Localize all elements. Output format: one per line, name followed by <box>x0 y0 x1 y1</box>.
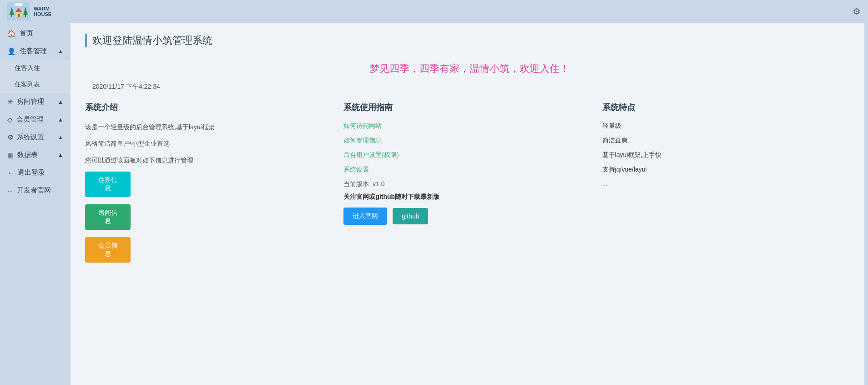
feature4: 支持jq/vue/layui <box>602 166 853 174</box>
datetime-display: 2020/11/17 下午4:22:34 <box>92 83 853 91</box>
feature5: ... <box>602 180 853 187</box>
svg-rect-2 <box>11 15 12 17</box>
chevron-up-icon-4: ▲ <box>58 134 63 141</box>
room-icon: ✳ <box>7 98 13 106</box>
logo-icon <box>7 2 30 20</box>
home-icon: 🏠 <box>7 30 16 38</box>
col2-title: 系统使用指南 <box>343 102 595 113</box>
col1-line2: 风格简洁简单,中小型企业首选 <box>85 138 336 148</box>
gear-icon[interactable]: ⚙ <box>853 6 861 17</box>
sidebar-item-guest-checkin[interactable]: 住客入住 <box>0 60 71 76</box>
sidebar-item-data-table[interactable]: ▦ 数据表 ▲ <box>0 146 71 164</box>
col3-title: 系统特点 <box>602 102 853 113</box>
right-scrollbar <box>864 23 868 385</box>
guest-info-button[interactable]: 住客信息 <box>85 172 131 197</box>
feature1: 轻量级 <box>602 122 853 130</box>
settings-icon: ⚙ <box>7 133 13 142</box>
sidebar-guest-checkin-label: 住客入住 <box>15 64 40 72</box>
link-how-to-access[interactable]: 如何访问网站 <box>343 122 595 130</box>
version-text: 当前版本: v1.0 <box>343 180 595 188</box>
page-title: 欢迎登陆温情小筑管理系统 <box>92 34 853 47</box>
sidebar-room-mgmt-label: 房间管理 <box>17 97 44 106</box>
sidebar-data-table-label: 数据表 <box>17 151 38 159</box>
col1-title: 系统介绍 <box>85 102 336 113</box>
github-button[interactable]: github <box>393 208 428 224</box>
link-system-settings[interactable]: 系统设置 <box>343 166 595 174</box>
link-how-to-manage[interactable]: 如何管理信息 <box>343 137 595 145</box>
sidebar-system-settings-label: 系统设置 <box>17 133 44 142</box>
sidebar-item-guest-mgmt[interactable]: 👤 住客管理 ▲ <box>0 42 71 60</box>
sidebar-item-member-mgmt[interactable]: ◇ 会员管理 ▲ <box>0 111 71 128</box>
sidebar-developer-site-label: 开发者官网 <box>17 186 51 195</box>
chevron-up-icon: ▲ <box>58 48 63 55</box>
logout-icon: ← <box>7 169 14 177</box>
columns-area: 系统介绍 该是一个轻量级的后台管理系统,基于layui框架 风格简洁简单,中小型… <box>71 102 868 270</box>
col2-buttons: 进入官网 github <box>343 208 595 225</box>
sidebar-item-logout[interactable]: ← 退出登录 <box>0 164 71 182</box>
col-usage-guide: 系统使用指南 如何访问网站 如何管理信息 后台用户设置(权限) 系统设置 当前版… <box>343 102 602 270</box>
logo-text: WARM HOUSE <box>34 6 51 17</box>
col1-line3: 您可以通过该面板对如下信息进行管理 <box>85 155 336 165</box>
table-icon: ▦ <box>7 151 14 159</box>
sidebar-logout-label: 退出登录 <box>18 168 45 177</box>
svg-rect-4 <box>25 15 26 17</box>
main-content: 欢迎登陆温情小筑管理系统 梦见四季，四季有家，温情小筑，欢迎入住！ 2020/1… <box>71 23 868 385</box>
sidebar-item-developer-site[interactable]: ··· 开发者官网 <box>0 182 71 199</box>
col-system-features: 系统特点 轻量级 简洁直爽 基于layui框架,上手快 支持jq/vue/lay… <box>602 102 853 270</box>
sidebar-item-room-mgmt[interactable]: ✳ 房间管理 ▲ <box>0 93 71 111</box>
chevron-up-icon-2: ▲ <box>58 99 63 105</box>
person-icon: 👤 <box>7 47 16 56</box>
sidebar-guest-list-label: 住客列表 <box>15 81 40 89</box>
room-info-button[interactable]: 房间信息 <box>85 204 131 230</box>
page-header: 欢迎登陆温情小筑管理系统 <box>85 34 853 47</box>
dots-icon: ··· <box>7 187 13 194</box>
logo-area: WARM HOUSE <box>7 2 51 20</box>
sidebar-item-system-settings[interactable]: ⚙ 系统设置 ▲ <box>0 128 71 146</box>
sidebar-item-home[interactable]: 🏠 首页 <box>0 25 71 42</box>
top-bar: WARM HOUSE ⚙ <box>0 0 868 23</box>
feature3: 基于layui框架,上手快 <box>602 151 853 159</box>
official-site-button[interactable]: 进入官网 <box>343 208 387 225</box>
sidebar: 🏠 首页 👤 住客管理 ▲ 住客入住 住客列表 ✳ 房间管理 ▲ ◇ 会员管理 … <box>0 23 71 385</box>
welcome-slogan: 梦见四季，四季有家，温情小筑，欢迎入住！ <box>71 55 868 79</box>
sidebar-member-mgmt-label: 会员管理 <box>16 115 44 124</box>
feature2: 简洁直爽 <box>602 137 853 145</box>
diamond-icon: ◇ <box>7 116 13 124</box>
chevron-up-icon-3: ▲ <box>58 117 63 123</box>
sidebar-home-label: 首页 <box>20 29 33 38</box>
link-user-permissions[interactable]: 后台用户设置(权限) <box>343 151 595 159</box>
col-system-intro: 系统介绍 该是一个轻量级的后台管理系统,基于layui框架 风格简洁简单,中小型… <box>85 102 343 270</box>
svg-rect-7 <box>18 14 20 17</box>
sidebar-item-guest-list[interactable]: 住客列表 <box>0 76 71 93</box>
chevron-up-icon-5: ▲ <box>58 152 63 158</box>
member-info-button[interactable]: 会员信息 <box>85 237 131 263</box>
svg-point-8 <box>14 3 23 6</box>
col1-line1: 该是一个轻量级的后台管理系统,基于layui框架 <box>85 122 336 132</box>
sidebar-guest-mgmt-label: 住客管理 <box>20 47 47 56</box>
follow-text: 关注官网或github随时下载最新版 <box>343 193 595 201</box>
